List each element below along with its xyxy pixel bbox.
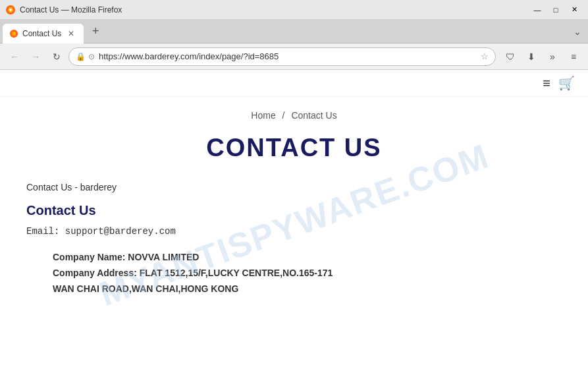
download-button[interactable]: ⬇ — [522, 47, 541, 66]
navbar-right: 🛡 ⬇ » ≡ — [501, 47, 583, 66]
section-label: Contact Us - barderey — [26, 182, 562, 192]
close-button[interactable]: ✕ — [566, 3, 583, 16]
address-input[interactable] — [99, 51, 477, 61]
more-tools-button[interactable]: » — [543, 47, 562, 66]
shield-button[interactable]: 🛡 — [501, 47, 520, 66]
bookmark-star-icon[interactable]: ☆ — [481, 51, 489, 61]
company-address-line1: Company Address: FLAT 1512,15/F,LUCKY CE… — [53, 266, 562, 281]
tab-favicon-icon — [9, 29, 18, 38]
minimize-button[interactable]: — — [529, 3, 546, 16]
site-header: ≡ 🛒 — [0, 70, 588, 97]
titlebar-left: Contact Us — Mozilla Firefox — [5, 5, 122, 15]
contact-us-heading: Contact Us — [26, 203, 562, 218]
tab-overflow-button[interactable]: ⌄ — [570, 24, 585, 40]
company-name-line: Company Name: NOVVA LIMITED — [53, 250, 562, 266]
page-heading: CONTACT US — [0, 134, 588, 162]
company-name-value: NOVVA LIMITED — [128, 252, 199, 262]
company-name-label: Company Name: — [53, 252, 125, 262]
address-bar-right: ☆ — [481, 51, 489, 61]
navbar: ← → ↻ 🔒 ⊙ ☆ 🛡 ⬇ » ≡ — [0, 44, 588, 70]
hamburger-menu-icon[interactable]: ≡ — [543, 76, 550, 91]
tab-close-button[interactable]: ✕ — [65, 28, 77, 40]
company-info: Company Name: NOVVA LIMITED Company Addr… — [26, 250, 562, 297]
https-lock-icon: 🔒 — [76, 52, 86, 61]
svg-point-2 — [9, 9, 12, 11]
tab-title: Contact Us — [22, 29, 61, 38]
reload-button[interactable]: ↻ — [47, 47, 66, 66]
active-tab[interactable]: Contact Us ✕ — [3, 24, 84, 44]
address-security-icons: 🔒 ⊙ — [76, 52, 95, 61]
address-bar[interactable]: 🔒 ⊙ ☆ — [68, 47, 496, 66]
company-address-line2: WAN CHAI ROAD,WAN CHAI,HONG KONG — [53, 281, 562, 297]
breadcrumb-home-link[interactable]: Home — [251, 110, 275, 121]
company-address-label: Company Address: — [53, 268, 137, 278]
window-title: Contact Us — Mozilla Firefox — [20, 5, 122, 15]
content-area: Contact Us - barderey Contact Us Email: … — [0, 182, 588, 323]
tabbar-right: ⌄ — [570, 24, 585, 40]
breadcrumb-current: Contact Us — [291, 110, 336, 121]
new-tab-button[interactable]: + — [86, 22, 105, 41]
cart-icon[interactable]: 🛒 — [558, 75, 575, 91]
breadcrumb: Home / Contact Us — [0, 97, 588, 127]
webpage-content: MYANTISPYWARE.COM ≡ 🛒 Home / Contact Us … — [0, 70, 588, 379]
forward-button[interactable]: → — [26, 47, 45, 66]
tracking-icon: ⊙ — [88, 52, 95, 61]
menu-button[interactable]: ≡ — [564, 47, 583, 66]
titlebar-controls: — □ ✕ — [529, 3, 583, 16]
breadcrumb-separator: / — [282, 110, 285, 121]
company-address-value: FLAT 1512,15/F,LUCKY CENTRE,NO.165-171 — [140, 268, 333, 278]
titlebar: Contact Us — Mozilla Firefox — □ ✕ — [0, 0, 588, 20]
back-button[interactable]: ← — [5, 47, 24, 66]
tabbar: Contact Us ✕ + ⌄ — [0, 20, 588, 44]
firefox-logo-icon — [5, 5, 16, 15]
email-line: Email: support@barderey.com — [26, 226, 562, 237]
svg-point-4 — [12, 31, 16, 35]
maximize-button[interactable]: □ — [547, 3, 564, 16]
